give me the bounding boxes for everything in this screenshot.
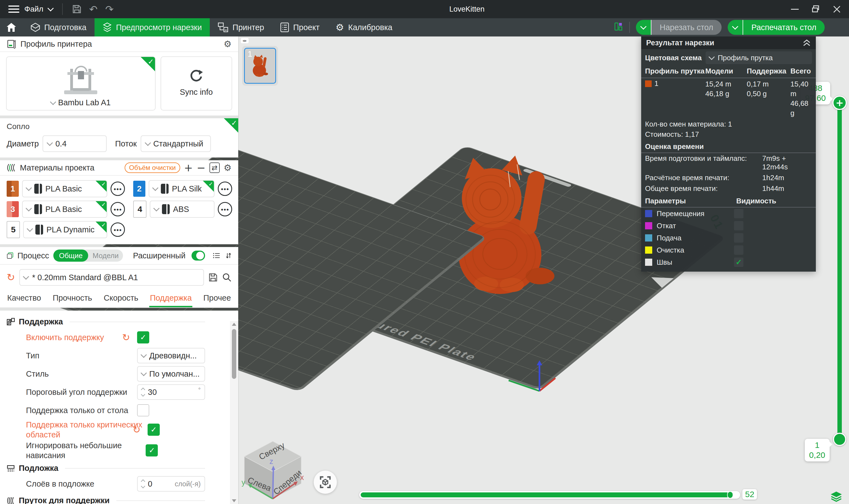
spinner-arrows[interactable]	[142, 480, 145, 488]
printer-image	[56, 64, 106, 96]
preset-name: * 0.20mm Standard @BBL A1	[32, 273, 138, 282]
color-scheme-select[interactable]: Профиль прутка	[706, 51, 812, 64]
printer-settings-gear-icon[interactable]: ⚙	[223, 39, 232, 49]
filament-select[interactable]: PLA Dynamic ✓	[23, 221, 107, 238]
printer-name: Bambu Lab A1	[58, 98, 111, 107]
buildplate-only-checkbox[interactable]	[137, 404, 149, 416]
layer-slider-top-handle[interactable]: +	[832, 96, 847, 110]
raft-layers-input[interactable]: 0 слой(-я)	[137, 476, 205, 491]
minimize-button[interactable]	[790, 4, 800, 14]
tab-project[interactable]: Проект	[272, 18, 328, 36]
restore-button[interactable]	[811, 4, 821, 14]
critical-only-checkbox[interactable]: ✓	[148, 424, 160, 436]
layers-icon[interactable]	[830, 491, 842, 504]
tab-speed[interactable]: Скорость	[103, 290, 139, 307]
home-button[interactable]	[0, 18, 23, 36]
filament-slot-3: 3 PLA Basic ✓ ●●●	[7, 201, 125, 218]
tab-device[interactable]: Принтер	[210, 18, 272, 36]
tab-calibration[interactable]: ⚙ Калибровка	[327, 18, 400, 36]
enable-support-checkbox[interactable]: ✓	[137, 331, 149, 343]
redo-icon[interactable]: ↷	[105, 4, 113, 15]
step-slider-track[interactable]	[359, 491, 740, 499]
step-slider-handle[interactable]	[727, 491, 733, 499]
visibility-checkbox[interactable]	[734, 233, 743, 242]
filament-color-swatch[interactable]: 3	[7, 201, 19, 217]
filament-color-swatch[interactable]: 5	[7, 221, 20, 238]
filament-more-button[interactable]: ●●●	[218, 182, 232, 196]
nozzle-flow-select[interactable]: Стандартный	[141, 136, 211, 152]
reset-setting-icon[interactable]: ↻	[133, 425, 141, 434]
printer-card[interactable]: ✓ Bambu Lab A1	[6, 56, 156, 110]
filament-color-swatch[interactable]: 2	[133, 181, 145, 197]
fit-view-button[interactable]	[314, 471, 337, 494]
filament-more-button[interactable]: ●●●	[111, 222, 125, 237]
support-group-header: Поддержка	[7, 317, 205, 326]
search-icon[interactable]	[222, 273, 232, 282]
scrollbar-thumb[interactable]	[232, 329, 236, 379]
undo-icon[interactable]: ↶	[89, 4, 97, 15]
scope-global[interactable]: Общие	[53, 250, 88, 262]
slice-plate-button[interactable]: Нарезать стол	[636, 20, 722, 35]
filament-more-button[interactable]: ●●●	[111, 182, 125, 196]
layer-slider-bottom-handle[interactable]	[833, 433, 846, 446]
remove-filament-button[interactable]: −	[197, 162, 205, 174]
scope-objects[interactable]: Модели	[88, 251, 123, 260]
tab-prepare[interactable]: Подготовка	[23, 18, 94, 36]
threshold-angle-input[interactable]: 30 °	[137, 384, 205, 400]
layer-slider-track[interactable]	[837, 103, 842, 439]
filament-spool-icon	[34, 204, 42, 214]
swap-filament-icon[interactable]: ⇄	[210, 162, 220, 173]
ignore-small-overhangs-checkbox[interactable]: ✓	[146, 444, 158, 456]
time-row: Общее время печати:1h44m	[641, 183, 816, 194]
support-type-select[interactable]: Древовидн...	[137, 348, 205, 363]
scroll-up-arrow[interactable]	[232, 323, 236, 326]
filament-color-swatch[interactable]: 1	[7, 181, 19, 197]
sync-info-card[interactable]: Sync info	[161, 56, 232, 110]
print-dropdown[interactable]	[728, 20, 743, 35]
sliced-model-cat[interactable]	[449, 154, 559, 298]
collapse-thumbnails-icon[interactable]: ◂▸	[240, 38, 249, 44]
plate-thumbnail[interactable]: 1	[244, 48, 276, 84]
visibility-checkbox[interactable]	[734, 245, 743, 255]
visibility-checkbox[interactable]	[734, 221, 743, 231]
tab-support[interactable]: Поддержка	[149, 290, 192, 307]
filament-more-button[interactable]: ●●●	[218, 202, 232, 216]
slice-dropdown[interactable]	[636, 20, 651, 35]
filament-select[interactable]: PLA Basic ✓	[22, 201, 107, 218]
tab-quality[interactable]: Качество	[7, 290, 42, 307]
filament-select[interactable]: PLA Basic ✓	[22, 180, 107, 197]
parameter-list-icon[interactable]	[213, 251, 220, 260]
filament-settings-gear-icon[interactable]: ⚙	[223, 162, 232, 173]
filament-select[interactable]: ABS	[150, 201, 215, 218]
process-preset-select[interactable]: * 0.20mm Standard @BBL A1	[19, 269, 204, 286]
settings-scrollbar[interactable]	[230, 321, 238, 504]
purge-volume-button[interactable]: Объём очистки	[125, 162, 180, 173]
advanced-toggle[interactable]	[192, 251, 205, 260]
save-icon[interactable]	[72, 4, 82, 14]
visibility-checkbox[interactable]	[734, 209, 743, 218]
reset-setting-icon[interactable]: ↻	[122, 333, 130, 342]
plate-settings-icon[interactable]	[613, 21, 623, 33]
tab-others[interactable]: Прочее	[203, 290, 232, 307]
close-button[interactable]	[832, 4, 842, 14]
collapse-panel-icon[interactable]	[802, 39, 811, 47]
support-style-select[interactable]: По умолчан...	[137, 366, 205, 382]
process-scope-toggle[interactable]: Общие Модели	[53, 250, 123, 262]
tab-strength[interactable]: Прочность	[52, 290, 93, 307]
add-filament-button[interactable]: +	[184, 162, 193, 174]
tab-preview[interactable]: Предпросмотр нарезки	[94, 18, 210, 36]
navigation-cube[interactable]: Сверху Слева Спереди z x y	[241, 438, 310, 504]
visibility-checkbox[interactable]: ✓	[734, 257, 743, 267]
scroll-down-arrow[interactable]	[232, 499, 236, 502]
filament-color-swatch[interactable]: 4	[133, 201, 146, 218]
nozzle-diameter-select[interactable]: 0.4	[42, 136, 107, 152]
spinner-arrows[interactable]	[142, 388, 145, 396]
file-menu[interactable]: Файл	[8, 4, 53, 15]
filament-select[interactable]: PLA Silk ✓	[149, 180, 215, 197]
print-plate-button[interactable]: Распечатать стол	[728, 20, 825, 35]
reset-preset-icon[interactable]: ↻	[7, 272, 15, 282]
compare-preset-icon[interactable]	[225, 251, 232, 260]
plate-thumbnail-card[interactable]: 1	[242, 46, 278, 86]
save-preset-icon[interactable]	[209, 273, 218, 282]
filament-more-button[interactable]: ●●●	[111, 202, 125, 216]
